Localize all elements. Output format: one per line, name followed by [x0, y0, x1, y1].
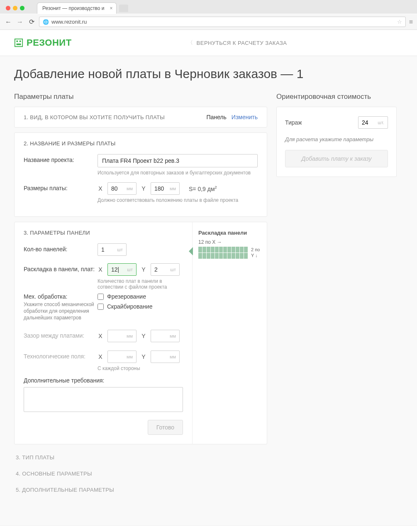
layout-y-input[interactable]: шт: [151, 263, 180, 276]
step-1-title: 1. ВИД, В КОТОРОМ ВЫ ХОТИТЕ ПОЛУЧИТЬ ПЛА…: [24, 114, 165, 120]
step-2-card: 2. НАЗВАНИЕ И РАЗМЕРЫ ПЛАТЫ Название про…: [14, 132, 267, 217]
browser-menu-icon[interactable]: ≡: [409, 18, 413, 26]
url-bar[interactable]: 🌐 www.rezonit.ru ☆: [39, 17, 406, 27]
gap-y-input[interactable]: мм: [151, 330, 180, 342]
maximize-window-icon[interactable]: [20, 6, 24, 10]
svg-rect-0: [15, 39, 22, 47]
minimize-window-icon[interactable]: [13, 6, 17, 10]
x-label: X: [98, 185, 103, 192]
step-3-card: 3. ПАРАМЕТРЫ ПАНЕЛИ Кол-во панелей: шт: [14, 222, 267, 444]
add-to-order-button[interactable]: Добавить плату к заказу: [285, 150, 388, 167]
layout-hint: Количество плат в панели в сотвествии с …: [98, 278, 183, 290]
browser-chrome: Резонит — производство и × ← → ⟳ 🌐 www.r…: [0, 0, 417, 30]
preview-y-label: 2 по Y ↓: [251, 247, 261, 259]
svg-rect-2: [20, 41, 21, 42]
forward-icon[interactable]: →: [16, 18, 24, 26]
extra-req-textarea[interactable]: [24, 387, 183, 412]
cost-card: Тираж шт. Для расчета укажите параметры …: [276, 107, 397, 177]
y-label: Y: [141, 185, 146, 192]
step-3-type[interactable]: 3. ТИП ПЛАТЫ: [14, 449, 267, 466]
preview-title: Раскладка панели: [198, 230, 261, 236]
gap-label: Зазор между платами:: [24, 330, 98, 339]
step-2-title: 2. НАЗВАНИЕ И РАЗМЕРЫ ПЛАТЫ: [24, 140, 258, 147]
panels-count-label: Кол-во панелей:: [24, 243, 98, 253]
logo[interactable]: РЕЗОНИТ: [14, 37, 72, 48]
frez-checkbox[interactable]: Фрезерование: [98, 293, 183, 300]
panels-count-input[interactable]: шт: [98, 243, 127, 256]
preview-arrow-icon: [189, 247, 193, 255]
window-controls[interactable]: [4, 6, 29, 10]
panel-preview: Раскладка панели 12 по X → 2 по Y ↓: [192, 222, 267, 444]
logo-text: РЕЗОНИТ: [27, 37, 72, 48]
step-5-additional[interactable]: 5. ДОПОЛНИТЕЛЬНЫЕ ПАРАМЕТРЫ: [14, 482, 267, 498]
globe-icon: 🌐: [43, 19, 49, 25]
page-title: Добавление новой платы в Черновик заказо…: [14, 67, 403, 81]
tirazh-input[interactable]: шт.: [358, 116, 388, 129]
size-x-input[interactable]: мм: [107, 182, 137, 195]
logo-icon: [14, 38, 23, 47]
tirazh-label: Тираж: [285, 119, 302, 126]
footer: ООО «Резонит». Все права защищены: [0, 525, 417, 532]
step-3-title: 3. ПАРАМЕТРЫ ПАНЕЛИ: [24, 230, 183, 236]
gap-x-input[interactable]: мм: [107, 330, 137, 342]
tech-hint: С каждой стороны: [98, 365, 183, 371]
step-1-card: 1. ВИД, В КОТОРОМ ВЫ ХОТИТЕ ПОЛУЧИТЬ ПЛА…: [14, 107, 267, 127]
browser-tab[interactable]: Резонит — производство и ×: [37, 2, 117, 14]
tech-y-input[interactable]: мм: [151, 351, 180, 363]
cost-hint: Для расчета укажите параметры: [285, 136, 388, 142]
bookmark-star-icon[interactable]: ☆: [397, 19, 402, 25]
url-text: www.rezonit.ru: [51, 19, 87, 25]
project-name-label: Название проекта:: [24, 154, 98, 163]
step-1-change-link[interactable]: Изменить: [232, 114, 258, 120]
layout-x-input[interactable]: шт: [107, 263, 137, 276]
reload-icon[interactable]: ⟳: [27, 18, 36, 26]
board-size-label: Размеры платы:: [24, 182, 98, 191]
ready-button[interactable]: Готово: [148, 420, 183, 435]
size-y-input[interactable]: мм: [151, 182, 180, 195]
scribe-checkbox[interactable]: Скрайбирование: [98, 303, 183, 310]
techfields-label: Технологические поля:: [24, 351, 98, 360]
mech-sublabel: Укажите способ механической обработки дл…: [24, 301, 98, 321]
mech-label: Мех. обработка:: [24, 293, 98, 300]
project-name-input[interactable]: [98, 154, 258, 167]
back-icon[interactable]: ←: [4, 18, 12, 26]
step-1-value: Панель: [206, 114, 226, 120]
svg-rect-1: [17, 41, 18, 42]
back-to-order-link[interactable]: 〈 ВЕРНУТЬСЯ К РАСЧЕТУ ЗАКАЗА: [188, 39, 287, 47]
tab-title: Резонит — производство и: [42, 5, 105, 11]
tech-x-input[interactable]: мм: [107, 351, 137, 363]
svg-rect-3: [17, 44, 21, 45]
site-header: РЕЗОНИТ 〈 ВЕРНУТЬСЯ К РАСЧЕТУ ЗАКАЗА: [0, 30, 417, 56]
close-window-icon[interactable]: [6, 6, 10, 10]
preview-grid: [198, 247, 248, 259]
chevron-left-icon: 〈: [188, 39, 193, 47]
project-name-hint: Используется для повторных заказов и бух…: [98, 170, 258, 176]
preview-x-label: 12 по X →: [198, 239, 261, 245]
area-text: S= 0,9 дм2: [189, 185, 217, 192]
new-tab-button[interactable]: [119, 5, 128, 12]
extra-req-label: Дополнительные требования:: [24, 377, 183, 384]
step-4-main[interactable]: 4. ОСНОВНЫЕ ПАРАМЕТРЫ: [14, 466, 267, 482]
params-heading: Параметры платы: [14, 93, 267, 101]
layout-label: Раскладка в панели, плат:: [24, 263, 98, 272]
close-tab-icon[interactable]: ×: [110, 5, 113, 11]
cost-heading: Ориентировочная стоимость: [276, 93, 397, 101]
size-hint: Должно соответствовать положению платы в…: [98, 197, 258, 203]
